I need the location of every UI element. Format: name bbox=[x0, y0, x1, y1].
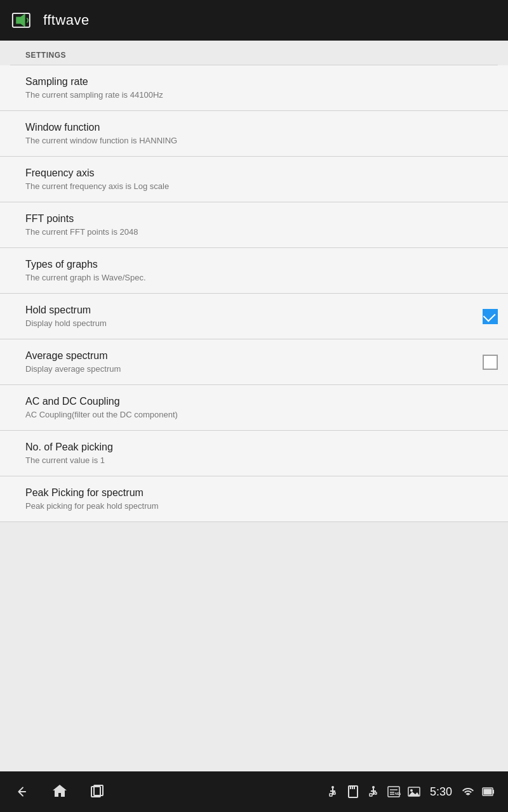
settings-header: SETTINGS bbox=[0, 41, 508, 65]
svg-rect-28 bbox=[484, 789, 492, 795]
setting-item-peak-picking-spectrum[interactable]: Peak Picking for spectrum Peak picking f… bbox=[0, 476, 508, 522]
nav-bar: NEWS 5:30 bbox=[0, 771, 508, 812]
nav-left bbox=[13, 783, 107, 801]
setting-item-ac-dc-coupling[interactable]: AC and DC Coupling AC Coupling(filter ou… bbox=[0, 385, 508, 431]
setting-text-fft-points: FFT points The current FFT points is 204… bbox=[25, 213, 498, 237]
svg-rect-8 bbox=[333, 792, 335, 794]
setting-text-average-spectrum: Average spectrum Display average spectru… bbox=[25, 350, 472, 374]
setting-text-frequency-axis: Frequency axis The current frequency axi… bbox=[25, 167, 498, 191]
checkbox-average-spectrum[interactable] bbox=[483, 355, 498, 370]
app-bar: fftwave bbox=[0, 0, 508, 41]
setting-item-no-peak-picking[interactable]: No. of Peak picking The current value is… bbox=[0, 431, 508, 476]
usb-icon-2 bbox=[366, 785, 380, 799]
setting-title-peak-picking-spectrum: Peak Picking for spectrum bbox=[25, 487, 498, 499]
status-time: 5:30 bbox=[430, 785, 452, 799]
setting-title-window-function: Window function bbox=[25, 122, 498, 133]
setting-title-hold-spectrum: Hold spectrum bbox=[25, 304, 472, 316]
home-button[interactable] bbox=[51, 783, 69, 801]
svg-point-13 bbox=[372, 786, 375, 789]
setting-title-sampling-rate: Sampling rate bbox=[25, 76, 498, 88]
settings-content: SETTINGS Sampling rate The current sampl… bbox=[0, 41, 508, 771]
setting-title-no-peak-picking: No. of Peak picking bbox=[25, 442, 498, 453]
svg-rect-16 bbox=[370, 794, 372, 796]
setting-item-fft-points[interactable]: FFT points The current FFT points is 204… bbox=[0, 202, 508, 248]
setting-title-ac-dc-coupling: AC and DC Coupling bbox=[25, 396, 498, 407]
setting-item-window-function[interactable]: Window function The current window funct… bbox=[0, 111, 508, 157]
svg-text:NEWS: NEWS bbox=[395, 792, 401, 796]
svg-marker-25 bbox=[408, 792, 420, 796]
recents-button[interactable] bbox=[89, 783, 107, 801]
setting-text-no-peak-picking: No. of Peak picking The current value is… bbox=[25, 442, 498, 465]
setting-text-peak-picking-spectrum: Peak Picking for spectrum Peak picking f… bbox=[25, 487, 498, 511]
setting-item-types-of-graphs[interactable]: Types of graphs The current graph is Wav… bbox=[0, 248, 508, 294]
sd-card-icon bbox=[346, 785, 360, 799]
svg-rect-7 bbox=[330, 794, 332, 796]
checkbox-hold-spectrum[interactable] bbox=[483, 309, 498, 324]
setting-text-window-function: Window function The current window funct… bbox=[25, 122, 498, 145]
nav-right: NEWS 5:30 bbox=[326, 785, 495, 799]
svg-point-4 bbox=[331, 786, 334, 789]
setting-subtitle-ac-dc-coupling: AC Coupling(filter out the DC component) bbox=[25, 410, 498, 419]
back-button[interactable] bbox=[13, 783, 30, 801]
setting-item-sampling-rate[interactable]: Sampling rate The current sampling rate … bbox=[0, 65, 508, 111]
image-icon bbox=[407, 785, 421, 799]
svg-marker-1 bbox=[16, 13, 25, 27]
setting-title-types-of-graphs: Types of graphs bbox=[25, 259, 498, 270]
svg-rect-27 bbox=[493, 790, 494, 794]
wifi-icon bbox=[461, 785, 475, 799]
app-icon bbox=[10, 8, 36, 33]
setting-subtitle-window-function: The current window function is HANNING bbox=[25, 136, 498, 145]
setting-title-average-spectrum: Average spectrum bbox=[25, 350, 472, 362]
news-icon: NEWS bbox=[387, 785, 401, 799]
svg-rect-17 bbox=[375, 792, 377, 794]
setting-item-average-spectrum[interactable]: Average spectrum Display average spectru… bbox=[0, 339, 508, 385]
setting-text-hold-spectrum: Hold spectrum Display hold spectrum bbox=[25, 304, 472, 328]
setting-subtitle-no-peak-picking: The current value is 1 bbox=[25, 455, 498, 465]
setting-subtitle-sampling-rate: The current sampling rate is 44100Hz bbox=[25, 90, 498, 100]
settings-list: Sampling rate The current sampling rate … bbox=[0, 65, 508, 522]
setting-text-ac-dc-coupling: AC and DC Coupling AC Coupling(filter ou… bbox=[25, 396, 498, 419]
setting-subtitle-average-spectrum: Display average spectrum bbox=[25, 364, 472, 374]
setting-item-hold-spectrum[interactable]: Hold spectrum Display hold spectrum bbox=[0, 294, 508, 339]
setting-subtitle-types-of-graphs: The current graph is Wave/Spec. bbox=[25, 273, 498, 282]
app-title: fftwave bbox=[43, 12, 90, 29]
setting-title-frequency-axis: Frequency axis bbox=[25, 167, 498, 179]
setting-subtitle-peak-picking-spectrum: Peak picking for peak hold spectrum bbox=[25, 501, 498, 511]
setting-subtitle-hold-spectrum: Display hold spectrum bbox=[25, 318, 472, 328]
usb-icon bbox=[326, 785, 340, 799]
setting-subtitle-frequency-axis: The current frequency axis is Log scale bbox=[25, 181, 498, 191]
settings-section: SETTINGS Sampling rate The current sampl… bbox=[0, 41, 508, 522]
setting-subtitle-fft-points: The current FFT points is 2048 bbox=[25, 227, 498, 237]
setting-text-sampling-rate: Sampling rate The current sampling rate … bbox=[25, 76, 498, 100]
battery-icon bbox=[481, 785, 495, 799]
setting-item-frequency-axis[interactable]: Frequency axis The current frequency axi… bbox=[0, 157, 508, 202]
setting-title-fft-points: FFT points bbox=[25, 213, 498, 225]
setting-text-types-of-graphs: Types of graphs The current graph is Wav… bbox=[25, 259, 498, 282]
svg-point-24 bbox=[410, 789, 413, 792]
